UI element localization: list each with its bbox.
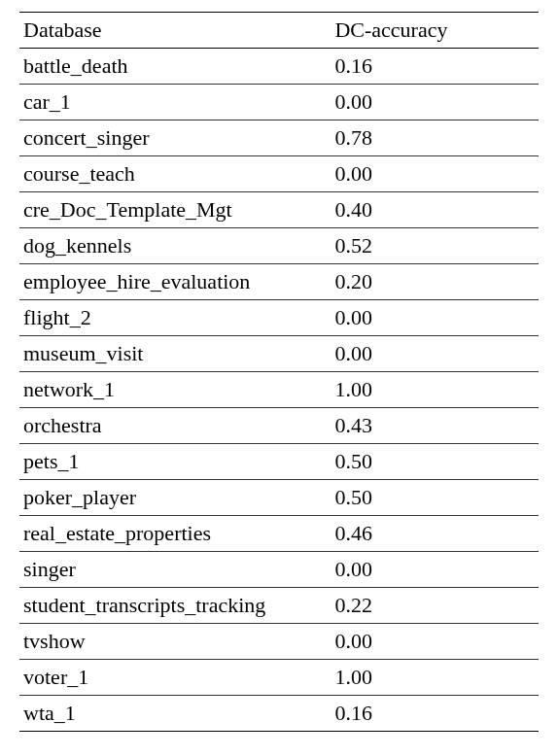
cell-database: tvshow xyxy=(19,624,331,660)
table-row: dog_kennels 0.52 xyxy=(19,228,539,264)
table-row: cre_Doc_Template_Mgt 0.40 xyxy=(19,192,539,228)
header-dc-accuracy: DC-accuracy xyxy=(331,13,539,49)
cell-accuracy: 0.00 xyxy=(331,300,539,336)
cell-database: battle_death xyxy=(19,49,331,85)
cell-database: orchestra xyxy=(19,408,331,444)
table-row: employee_hire_evaluation 0.20 xyxy=(19,264,539,300)
cell-database: flight_2 xyxy=(19,300,331,336)
table-body: battle_death 0.16 car_1 0.00 concert_sin… xyxy=(19,49,539,732)
table-row: battle_death 0.16 xyxy=(19,49,539,85)
cell-accuracy: 1.00 xyxy=(331,660,539,696)
cell-database: museum_visit xyxy=(19,336,331,372)
table-row: student_transcripts_tracking 0.22 xyxy=(19,588,539,624)
cell-accuracy: 0.00 xyxy=(331,156,539,192)
cell-database: pets_1 xyxy=(19,444,331,480)
table-row: pets_1 0.50 xyxy=(19,444,539,480)
table-row: orchestra 0.43 xyxy=(19,408,539,444)
table-row: singer 0.00 xyxy=(19,552,539,588)
table-row: real_estate_properties 0.46 xyxy=(19,516,539,552)
cell-accuracy: 0.16 xyxy=(331,49,539,85)
cell-accuracy: 0.00 xyxy=(331,85,539,120)
cell-database: concert_singer xyxy=(19,120,331,156)
cell-accuracy: 0.78 xyxy=(331,120,539,156)
cell-accuracy: 1.00 xyxy=(331,372,539,408)
cell-accuracy: 0.40 xyxy=(331,192,539,228)
accuracy-table: Database DC-accuracy battle_death 0.16 c… xyxy=(19,12,539,732)
cell-accuracy: 0.00 xyxy=(331,624,539,660)
cell-database: student_transcripts_tracking xyxy=(19,588,331,624)
table-row: wta_1 0.16 xyxy=(19,696,539,732)
cell-accuracy: 0.50 xyxy=(331,444,539,480)
cell-database: network_1 xyxy=(19,372,331,408)
table-row: course_teach 0.00 xyxy=(19,156,539,192)
cell-database: wta_1 xyxy=(19,696,331,732)
cell-accuracy: 0.43 xyxy=(331,408,539,444)
cell-accuracy: 0.50 xyxy=(331,480,539,516)
cell-database: singer xyxy=(19,552,331,588)
cell-database: cre_Doc_Template_Mgt xyxy=(19,192,331,228)
cell-accuracy: 0.20 xyxy=(331,264,539,300)
cell-accuracy: 0.00 xyxy=(331,336,539,372)
cell-accuracy: 0.22 xyxy=(331,588,539,624)
cell-accuracy: 0.00 xyxy=(331,552,539,588)
cell-database: course_teach xyxy=(19,156,331,192)
table-row: network_1 1.00 xyxy=(19,372,539,408)
cell-accuracy: 0.46 xyxy=(331,516,539,552)
table-row: voter_1 1.00 xyxy=(19,660,539,696)
cell-database: voter_1 xyxy=(19,660,331,696)
header-row: Database DC-accuracy xyxy=(19,13,539,49)
table-row: tvshow 0.00 xyxy=(19,624,539,660)
header-database: Database xyxy=(19,13,331,49)
cell-accuracy: 0.16 xyxy=(331,696,539,732)
cell-accuracy: 0.52 xyxy=(331,228,539,264)
table-row: concert_singer 0.78 xyxy=(19,120,539,156)
table-row: car_1 0.00 xyxy=(19,85,539,120)
cell-database: real_estate_properties xyxy=(19,516,331,552)
cell-database: dog_kennels xyxy=(19,228,331,264)
cell-database: car_1 xyxy=(19,85,331,120)
table-row: poker_player 0.50 xyxy=(19,480,539,516)
table-row: flight_2 0.00 xyxy=(19,300,539,336)
cell-database: employee_hire_evaluation xyxy=(19,264,331,300)
cell-database: poker_player xyxy=(19,480,331,516)
table-row: museum_visit 0.00 xyxy=(19,336,539,372)
